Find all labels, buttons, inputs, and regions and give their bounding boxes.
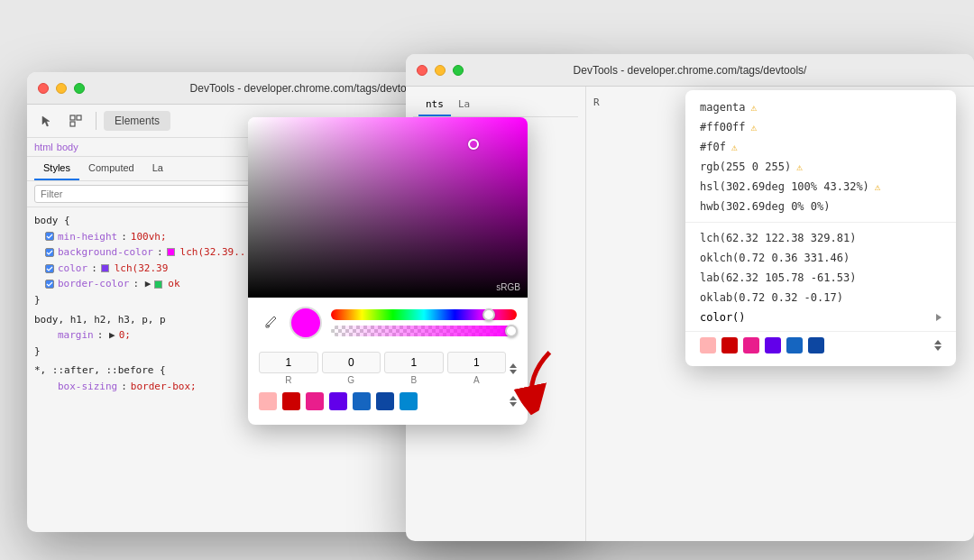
conversion-text-magenta: magenta — [700, 101, 746, 114]
styles-tab[interactable]: Styles — [34, 157, 79, 180]
conversion-text-oklab: oklab(0.72 0.32 -0.17) — [700, 291, 843, 304]
front-tab-nts[interactable]: nts — [418, 94, 451, 116]
warning-f0f: ⚠ — [731, 142, 738, 153]
color-swatch[interactable] — [101, 264, 109, 272]
alpha-thumb[interactable] — [505, 325, 518, 337]
swatch-6[interactable] — [400, 392, 418, 410]
color-func-label[interactable]: color() — [700, 311, 746, 324]
hue-thumb[interactable] — [482, 308, 495, 321]
traffic-lights-front — [417, 65, 464, 76]
conversion-lch[interactable]: lch(62.32 122.38 329.81) — [685, 228, 956, 248]
conversion-ff00ff[interactable]: #ff00ff ⚠ — [685, 117, 956, 137]
a-input[interactable] — [447, 352, 507, 373]
toolbar-separator-1 — [96, 112, 96, 130]
minimize-button-front[interactable] — [435, 65, 446, 76]
conversion-text-oklch: oklch(0.72 0.36 331.46) — [700, 252, 850, 264]
layout-tab[interactable]: La — [143, 157, 172, 180]
conversion-hwb[interactable]: hwb(302.69deg 0% 0%) — [685, 197, 956, 216]
conversion-text-hwb: hwb(302.69deg 0% 0%) — [700, 200, 831, 213]
r-field: R — [259, 352, 318, 385]
b-label: B — [384, 375, 444, 385]
warning-hsl: ⚠ — [875, 181, 881, 193]
conv-swatch-0[interactable] — [700, 337, 716, 353]
front-tabs: nts La — [413, 94, 578, 117]
chevron-right-icon[interactable] — [936, 314, 942, 321]
color-preview-swatch[interactable] — [289, 307, 322, 339]
color-gradient[interactable]: sRGB — [248, 117, 528, 298]
color-conversions-popup: magenta ⚠ #ff00ff ⚠ #f0f ⚠ rgb(255 0 255… — [685, 90, 956, 366]
conversion-magenta[interactable]: magenta ⚠ — [685, 97, 956, 117]
swatches-bottom — [685, 331, 956, 359]
swatch-1[interactable] — [282, 392, 300, 410]
checkbox-min-height[interactable] — [45, 232, 54, 241]
conversion-hsl[interactable]: hsl(302.69deg 100% 43.32%) ⚠ — [685, 177, 956, 197]
conv-spinner-down[interactable] — [934, 346, 942, 351]
conv-swatches-spinner[interactable] — [934, 340, 942, 351]
g-field: G — [322, 352, 381, 385]
conv-swatch-1[interactable] — [721, 337, 738, 353]
swatch-5[interactable] — [376, 392, 394, 410]
conv-swatch-3[interactable] — [765, 337, 781, 353]
conversion-oklch[interactable]: oklch(0.72 0.36 331.46) — [685, 248, 956, 268]
g-input[interactable] — [322, 352, 381, 373]
conv-spinner-up[interactable] — [934, 340, 942, 344]
elements-tab[interactable]: Elements — [104, 111, 170, 131]
close-button[interactable] — [38, 83, 49, 94]
hue-slider[interactable] — [331, 309, 517, 320]
swatch-2[interactable] — [306, 392, 324, 410]
conversion-text-lch: lch(62.32 122.38 329.81) — [700, 232, 856, 244]
sliders-area — [331, 309, 517, 336]
swatches-spinner-up[interactable] — [510, 396, 517, 400]
computed-tab[interactable]: Computed — [79, 157, 143, 180]
maximize-button[interactable] — [74, 83, 85, 94]
b-input[interactable] — [384, 352, 444, 373]
alpha-slider[interactable] — [331, 326, 517, 336]
conversion-text-rgb: rgb(255 0 255) — [700, 161, 791, 173]
eyedropper-button[interactable] — [259, 312, 280, 334]
rgba-inputs: R G B A — [248, 348, 528, 389]
conversion-text-f0f: #f0f — [700, 141, 726, 153]
conversion-text-hsl: hsl(302.69deg 100% 43.32%) — [700, 180, 869, 193]
r-label: R — [259, 375, 318, 385]
traffic-lights-back — [38, 83, 85, 94]
r-input[interactable] — [259, 352, 318, 373]
cursor-icon[interactable] — [34, 108, 60, 133]
svg-rect-1 — [77, 115, 81, 120]
breadcrumb-body[interactable]: body — [57, 142, 78, 152]
picker-controls — [248, 298, 528, 348]
gradient-cursor[interactable] — [468, 139, 479, 150]
titlebar-front: DevTools - developer.chrome.com/tags/dev… — [406, 54, 974, 87]
conv-swatch-5[interactable] — [808, 337, 824, 353]
conversion-oklab[interactable]: oklab(0.72 0.32 -0.17) — [685, 288, 956, 308]
minimize-button[interactable] — [56, 83, 67, 94]
bg-color-swatch[interactable] — [167, 248, 175, 256]
front-tab-la[interactable]: La — [451, 94, 477, 116]
svg-rect-2 — [70, 122, 75, 126]
conversion-lab[interactable]: lab(62.32 105.78 -61.53) — [685, 268, 956, 288]
a-field: A — [447, 352, 507, 385]
warning-rgb: ⚠ — [796, 161, 803, 173]
checkbox-color[interactable] — [45, 264, 54, 273]
checkbox-border-color[interactable] — [45, 280, 54, 289]
swatches-spinner-down[interactable] — [510, 402, 517, 407]
svg-point-3 — [267, 325, 269, 326]
conversion-rgb[interactable]: rgb(255 0 255) ⚠ — [685, 157, 956, 177]
inspect-icon[interactable] — [63, 108, 88, 133]
breadcrumb-html[interactable]: html — [34, 142, 53, 152]
checkbox-bg-color[interactable] — [45, 248, 54, 257]
window-title-back: DevTools - developer.chrome.com/tags/dev… — [190, 82, 424, 95]
swatch-3[interactable] — [329, 392, 347, 410]
maximize-button-front[interactable] — [453, 65, 464, 76]
swatch-0[interactable] — [259, 392, 277, 410]
g-label: G — [322, 375, 381, 385]
swatches-spinner[interactable] — [510, 396, 517, 407]
b-field: B — [384, 352, 444, 385]
close-button-front[interactable] — [417, 65, 427, 76]
conversion-f0f[interactable]: #f0f ⚠ — [685, 137, 956, 157]
swatch-4[interactable] — [353, 392, 371, 410]
srgb-label: sRGB — [496, 282, 520, 292]
conv-swatch-4[interactable] — [786, 337, 803, 353]
svg-rect-0 — [70, 115, 75, 120]
border-color-swatch[interactable] — [154, 280, 162, 289]
conv-swatch-2[interactable] — [743, 337, 759, 353]
